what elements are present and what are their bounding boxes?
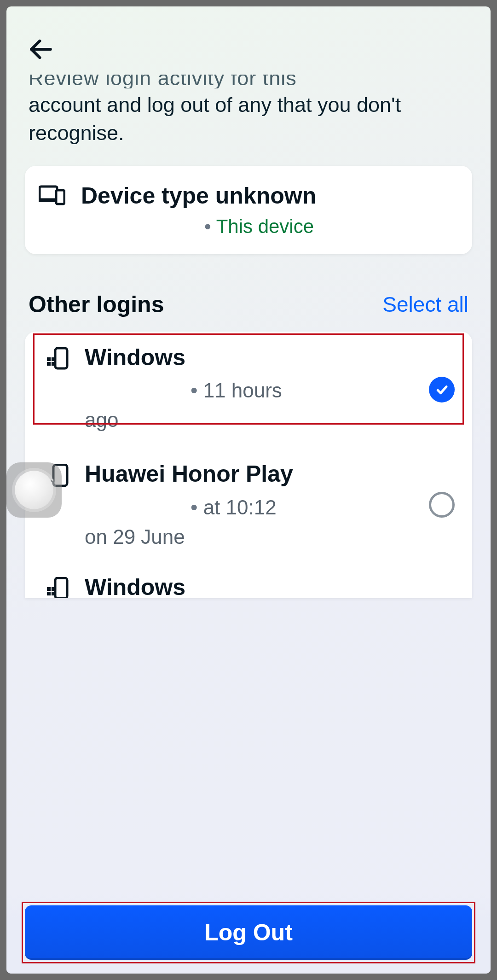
header [6, 6, 491, 75]
svg-rect-6 [52, 357, 55, 361]
back-button[interactable] [27, 33, 59, 65]
session-row-huawei[interactable]: Huawei Honor Play • at 10:12 on 29 June [25, 448, 472, 561]
session-name: Windows [85, 574, 412, 598]
session-name: Windows [85, 344, 412, 371]
session-meta-date: on 29 June [85, 525, 412, 548]
svg-rect-7 [47, 362, 51, 366]
log-out-button[interactable]: Log Out [25, 905, 472, 960]
footer-bar: Log Out [6, 894, 491, 974]
session-meta-time: at 10:12 [203, 496, 277, 519]
screen: Review login activity for this account a… [6, 6, 491, 974]
svg-rect-14 [52, 587, 55, 591]
session-meta-time: 11 hours [203, 379, 282, 402]
svg-rect-1 [40, 187, 57, 199]
sessions-list: Windows • 11 hours ago Huawei Honor Play… [25, 332, 472, 598]
current-device-card[interactable]: Device type unknown • This device [25, 166, 472, 254]
windows-device-icon [45, 347, 69, 373]
devices-icon [39, 184, 65, 208]
other-logins-title: Other logins [29, 291, 164, 318]
other-logins-header: Other logins Select all [6, 254, 491, 332]
intro-line-cut: Review login activity for this [29, 75, 468, 88]
session-row-windows-2[interactable]: Windows [25, 561, 472, 598]
svg-rect-13 [47, 587, 51, 591]
current-device-title: Device type unknown [81, 182, 316, 209]
select-all-link[interactable]: Select all [382, 292, 468, 317]
assistive-touch-overlay[interactable] [6, 462, 62, 518]
svg-rect-16 [52, 592, 55, 595]
session-checkbox-checked[interactable] [429, 377, 455, 402]
svg-rect-3 [56, 190, 64, 204]
svg-rect-15 [47, 592, 51, 595]
this-device-badge: This device [216, 216, 314, 237]
session-checkbox-unchecked[interactable] [429, 492, 455, 518]
session-meta-ago: ago [85, 408, 412, 432]
assistive-touch-icon [15, 471, 53, 509]
arrow-left-icon [27, 35, 55, 64]
svg-rect-12 [55, 578, 67, 598]
intro-line-rest: account and log out of any that you don'… [29, 91, 468, 147]
svg-rect-8 [52, 362, 55, 366]
intro-text: Review login activity for this account a… [6, 75, 491, 166]
windows-device-icon [45, 577, 69, 598]
svg-rect-4 [55, 348, 67, 368]
session-row-windows[interactable]: Windows • 11 hours ago [25, 332, 472, 449]
session-name: Huawei Honor Play [85, 461, 412, 488]
check-icon [435, 383, 449, 397]
svg-rect-5 [47, 357, 51, 361]
bullet-dot: • [204, 216, 216, 237]
